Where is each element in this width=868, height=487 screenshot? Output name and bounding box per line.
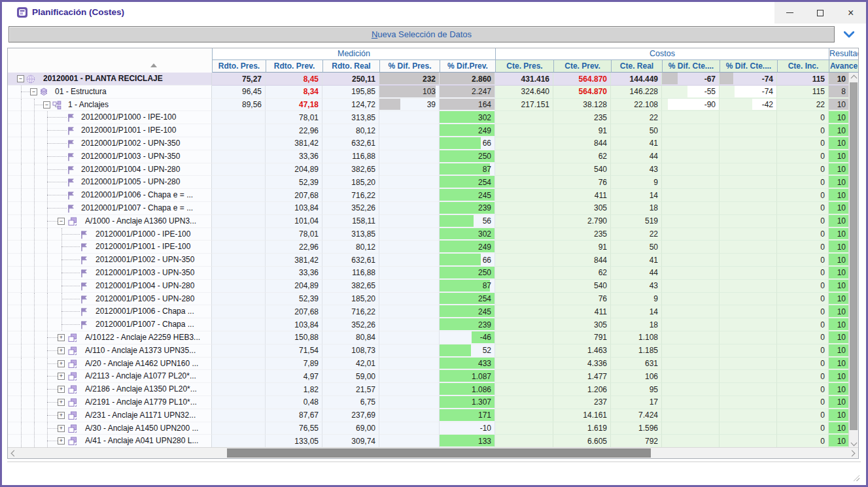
tree-guide-line: [21, 163, 22, 176]
horizontal-scrollbar[interactable]: [8, 447, 858, 458]
cell-value: 0: [777, 189, 828, 200]
tree-guide-line: [47, 280, 48, 292]
grid-row[interactable]: +A/231 - Anclaje A1171 UPN32...87,67237,…: [8, 409, 858, 422]
grid-row[interactable]: −01 - Estructura96,458,34195,851032.2473…: [8, 86, 858, 99]
cell-value: 133,05: [266, 435, 322, 446]
column-header-cp[interactable]: Cte. Pres.: [496, 60, 554, 73]
cell-d2: [720, 409, 777, 422]
grid-row[interactable]: +A/20 - Anclaje A1462 UPN160 ...7,8942,0…: [8, 358, 858, 371]
new-selection-button[interactable]: Nueva Selección de Datos: [9, 26, 835, 42]
collapse-node-icon[interactable]: −: [30, 88, 37, 95]
scroll-left-icon[interactable]: [8, 448, 18, 458]
cell-value: 352,26: [322, 202, 379, 213]
cell-d1: [662, 305, 720, 318]
grid-row[interactable]: 20120001/P1005 - UPN-28052,39185,2025476…: [8, 293, 858, 306]
cell-cv: 62: [553, 267, 611, 280]
column-header-rv[interactable]: Rdto. Prev.: [266, 60, 323, 73]
grid-row[interactable]: 20120001/P1002 - UPN-350381,42632,616684…: [8, 137, 858, 150]
cell-rr: 185,20: [322, 293, 379, 306]
column-header-rr[interactable]: Rdto. Real: [323, 60, 380, 73]
expand-node-icon[interactable]: +: [58, 360, 65, 367]
column-header-dv[interactable]: % Dif.Prev.: [440, 60, 496, 73]
expand-node-icon[interactable]: +: [58, 399, 65, 406]
grid-row[interactable]: 20120001/P1005 - UPN-28052,39185,2025476…: [8, 176, 858, 189]
tree-node-label: 01 - Estructura: [55, 86, 210, 98]
grid-row[interactable]: +A/2186 - Anclaje A1350 PL20*...1,8221,5…: [8, 383, 858, 396]
column-header-av[interactable]: Avance: [829, 60, 859, 73]
expand-node-icon[interactable]: +: [58, 347, 65, 354]
vertical-scrollbar[interactable]: [848, 73, 858, 448]
grid-row[interactable]: 20120001/P1006 - Chapa ...207,68716,2224…: [8, 305, 858, 318]
grid-row[interactable]: 20120001/P1001 - IPE-10022,9680,12249915…: [8, 124, 858, 137]
horizontal-scroll-thumb[interactable]: [227, 448, 651, 458]
grid-row[interactable]: 20120001/P1002 - UPN-350381,42632,616684…: [8, 254, 858, 267]
scroll-right-icon[interactable]: [848, 448, 858, 458]
grid-row[interactable]: −A/1000 - Anclaje A1360 UPN3...101,04158…: [8, 215, 858, 228]
tree-column-header[interactable]: [8, 48, 213, 73]
grid-row[interactable]: +A/2113 - Anclaje A1077 PL20*...4,9759,0…: [8, 370, 858, 383]
grid-row[interactable]: 20120001/P1003 - UPN-35033,36116,8825062…: [8, 267, 858, 280]
chevron-down-icon[interactable]: [839, 26, 859, 42]
expand-node-icon[interactable]: +: [58, 412, 65, 419]
expand-node-icon[interactable]: +: [58, 386, 65, 393]
vertical-scroll-thumb[interactable]: [850, 82, 858, 430]
tree-guide-line: [47, 293, 48, 305]
cell-dp: [379, 267, 440, 280]
cell-value: 382,65: [322, 163, 379, 175]
grid-row[interactable]: −20120001 - PLANTA RECICLAJE75,278,45250…: [8, 73, 858, 86]
grid-row[interactable]: 20120001/P1003 - UPN-35033,36116,8825062…: [8, 150, 858, 163]
flag-icon: [67, 178, 76, 187]
scroll-up-icon[interactable]: [849, 73, 858, 82]
grid-row[interactable]: +A/2191 - Anclaje A1779 PL10*...0,486,75…: [8, 396, 858, 409]
tree-connector-line: [47, 195, 67, 195]
grid-row[interactable]: +A/110 - Anclaje A1373 UPN35...71,54108,…: [8, 344, 858, 358]
column-header-ci[interactable]: Cte. Inc.: [778, 60, 829, 73]
expand-node-icon[interactable]: +: [58, 334, 65, 341]
cell-dp: [379, 358, 440, 371]
grid-row[interactable]: 20120001/P1001 - IPE-10022,9680,12249915…: [8, 241, 858, 254]
cell-dp: [379, 137, 440, 150]
grid-row[interactable]: 20120001/P1004 - UPN-280204,89382,658754…: [8, 163, 858, 176]
tree-guide-line: [21, 396, 22, 409]
column-header-dp[interactable]: % Dif. Pres.: [380, 60, 440, 73]
window-title: Planificación (Costes): [32, 7, 124, 17]
cell-ci: 0: [777, 383, 829, 396]
grid-row[interactable]: 20120001/P1006 - Chapa e = ...207,68716,…: [8, 189, 858, 202]
grid-row[interactable]: +A/30 - Anclaje A1450 UPN200 ...76,5569,…: [8, 422, 858, 435]
cell-cv: 305: [553, 202, 611, 215]
globe-icon: [26, 75, 35, 84]
grid-row[interactable]: 20120001/P1007 - Chapa e = ...103,84352,…: [8, 202, 858, 215]
grid-row[interactable]: 20120001/P1000 - IPE-10078,01313,8530223…: [8, 228, 858, 241]
grid-row[interactable]: 20120001/P1007 - Chapa ...103,84352,2623…: [8, 318, 858, 331]
resize-grip[interactable]: [853, 475, 859, 481]
grid-row[interactable]: +A/10122 - Anclaje A2259 HEB3...150,8880…: [8, 331, 858, 344]
collapse-node-icon[interactable]: −: [58, 218, 65, 225]
cell-d1: -90: [662, 99, 720, 112]
tree-cell: 20120001/P1004 - UPN-280: [8, 280, 212, 293]
cell-value: 239: [440, 202, 495, 213]
cell-dv: 56: [440, 215, 495, 228]
grid-row[interactable]: 20120001/P1000 - IPE-10078,01313,8530223…: [8, 111, 858, 124]
column-header-cv[interactable]: Cte. Prev.: [554, 60, 612, 73]
cell-cr: 9: [611, 176, 662, 189]
expand-node-icon[interactable]: +: [58, 373, 65, 380]
column-header-rp[interactable]: Rdto. Pres.: [213, 60, 266, 73]
close-button[interactable]: ×: [835, 2, 866, 24]
collapse-node-icon[interactable]: −: [43, 101, 50, 109]
cell-value: 150,88: [266, 331, 322, 343]
column-header-d1[interactable]: % Dif. Cte....: [663, 60, 720, 73]
grid-row[interactable]: −1 - Anclajes89,5647,18124,7239164217.15…: [8, 99, 858, 112]
grid-row[interactable]: 20120001/P1004 - UPN-280204,89382,658754…: [8, 280, 858, 293]
cell-dp: [379, 435, 440, 448]
column-header-d2[interactable]: % Dif. Cte....: [720, 60, 778, 73]
column-header-cr[interactable]: Cte. Real: [612, 60, 663, 73]
cell-value: 313,85: [322, 228, 379, 239]
grid-row[interactable]: +A/41 - Anclaje A041 UPN280 L...133,0530…: [8, 435, 858, 448]
collapse-node-icon[interactable]: −: [17, 75, 24, 82]
expand-node-icon[interactable]: +: [58, 425, 65, 432]
maximize-button[interactable]: [805, 2, 836, 24]
cell-value: 9: [611, 176, 661, 187]
minimize-button[interactable]: [774, 2, 805, 24]
cell-value: 844: [553, 254, 610, 265]
expand-node-icon[interactable]: +: [58, 437, 65, 445]
